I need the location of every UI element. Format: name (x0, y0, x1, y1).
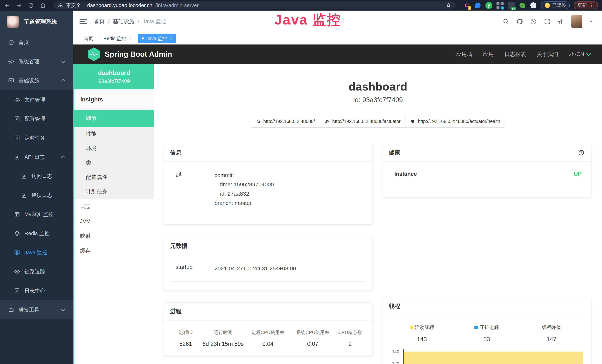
sba-menu-config-props[interactable]: 配置属性 (74, 170, 154, 184)
actuator-url: http://192.168.0.2:48080/actuator (332, 119, 400, 124)
gear-icon (8, 59, 14, 64)
url-path[interactable]: /infra/admin-server (155, 2, 199, 8)
back-icon[interactable] (4, 2, 10, 9)
legend-label: 活动线程 (415, 324, 434, 331)
github-icon[interactable] (516, 18, 523, 25)
history-icon[interactable] (578, 149, 585, 156)
actuator-url-button[interactable]: http://192.168.0.2:48080/actuator (320, 115, 406, 128)
sba-section-insights[interactable]: Insights (74, 89, 154, 110)
sba-nav-journal[interactable]: 日志报表 (505, 51, 526, 58)
process-card-header: 进程 (163, 303, 373, 321)
caret-down-icon[interactable] (589, 21, 593, 23)
process-col-process-cpu: 进程CPU使用率 0.04 (246, 329, 290, 347)
extension-leaf-icon[interactable] (519, 2, 526, 9)
help-icon[interactable] (530, 18, 537, 25)
extension-badge: 1 (468, 6, 471, 10)
user-avatar[interactable] (571, 15, 582, 28)
breadcrumb-home[interactable]: 首页 (94, 18, 105, 25)
tab-redis-monitor[interactable]: Redis 监控 × (100, 34, 135, 43)
instance-header[interactable]: dashboard 93a3fc7f7409 (74, 64, 154, 89)
sidebar-item-tracing[interactable]: 链路追踪 (0, 262, 73, 281)
close-icon[interactable]: × (129, 36, 131, 41)
extension-y-icon[interactable]: y (485, 2, 493, 9)
browser-update-button[interactable]: 更新 ⋮ (574, 1, 598, 9)
info-card-body: git commit: time: 1596289704000 id: 27aa… (163, 162, 373, 224)
process-card-body: 进程ID 5261 运行时间 6d 23h 15m 59s 进程CPU使用率 0… (163, 321, 373, 355)
sidebar-item-label: Redis 监控 (24, 230, 50, 237)
redis-icon (14, 230, 20, 236)
sidebar-item-access-log[interactable]: 访问日志 (0, 167, 73, 186)
font-size-icon[interactable] (558, 18, 564, 25)
sidebar-item-home[interactable]: 首页 (0, 33, 73, 52)
health-url: http://192.168.0.2:48080/actuator/health (418, 119, 500, 124)
extension-grid-icon[interactable] (496, 2, 504, 9)
sba-menu-logging[interactable]: 日志 (74, 199, 154, 214)
info-card: 信息 git commit: time: 1596289704000 id: 2… (163, 144, 373, 224)
legend-value: 143 (417, 336, 427, 343)
sba-locale-select[interactable]: zh-CN (569, 51, 590, 57)
sidebar-item-mysql-monitor[interactable]: MySQL 监控 (0, 205, 73, 224)
url-host[interactable]: dashboard.yudao.iocoder.cn (87, 2, 152, 8)
tab-home[interactable]: 首页 (80, 34, 97, 43)
extension-on-badge: on (511, 7, 516, 11)
sba-nav-about[interactable]: 关于我们 (537, 51, 558, 58)
sidebar-item-log-center[interactable]: 日志中心 (0, 281, 73, 300)
security-label[interactable]: 不安全 (66, 2, 81, 9)
extension-colorzilla-icon[interactable]: C1 (463, 2, 470, 9)
process-value: 0.04 (246, 341, 290, 347)
sba-menu-metrics[interactable]: 性能 (74, 127, 154, 141)
sidebar-item-config-mgmt[interactable]: 配置管理 (0, 109, 73, 128)
sba-menu-scheduled-tasks[interactable]: 计划任务 (74, 184, 154, 199)
service-url-button[interactable]: http://192.168.0.2:48080/ (251, 115, 320, 128)
sidebar-item-api-log[interactable]: API 日志 (0, 147, 73, 167)
instance-id: 93a3fc7f7409 (98, 78, 130, 84)
sba-menu-environment[interactable]: 环境 (74, 141, 154, 156)
address-bar[interactable]: 不安全 dashboard.yudao.iocoder.cn/infra/adm… (54, 1, 456, 9)
reload-icon[interactable] (28, 2, 34, 9)
health-key: Instance (394, 171, 417, 177)
sidebar-item-file-mgmt[interactable]: 文件管理 (0, 90, 73, 109)
extension-pin-icon[interactable] (474, 2, 481, 9)
sidebar-item-scheduled-jobs[interactable]: 定时任务 (0, 128, 73, 147)
sba-nav-applications[interactable]: 应用 (483, 51, 494, 58)
breadcrumb-infrastructure[interactable]: 基础设施 (113, 18, 134, 25)
extensions-puzzle-icon[interactable] (530, 2, 537, 9)
sidebar-item-dev-tools[interactable]: 研发工具 (0, 300, 73, 319)
sidebar-item-infrastructure[interactable]: 基础设施 (0, 71, 73, 90)
legend-daemon-threads: 守护进程 53 (454, 324, 519, 343)
info-value: commit: time: 1596289704000 id: 27aa832 … (215, 171, 274, 208)
sidebar-item-redis-monitor[interactable]: Redis 监控 (0, 224, 73, 243)
app-logo-row[interactable]: 芋道管理系统 (0, 11, 73, 33)
health-card-header: 健康 (382, 144, 591, 162)
tab-label: Redis 监控 (103, 35, 126, 42)
paused-extension-button[interactable]: 已暂停 (541, 1, 570, 9)
info-line: branch: master (215, 198, 274, 208)
sidebar-item-label: 基础设施 (19, 77, 39, 84)
tab-label: 首页 (84, 35, 93, 42)
close-icon[interactable]: × (170, 36, 172, 41)
hamburger-icon[interactable] (80, 19, 87, 24)
bookmark-star-icon[interactable] (446, 3, 451, 8)
sidebar-item-label: MySQL 监控 (24, 211, 54, 218)
url-separator (84, 3, 84, 8)
forward-icon[interactable] (16, 2, 22, 9)
extension-switch-icon[interactable]: on (508, 2, 515, 9)
sba-menu-details[interactable]: 细节 (74, 110, 154, 127)
search-icon[interactable] (503, 18, 509, 25)
legend-value: 147 (547, 336, 556, 343)
sba-brand-title[interactable]: Spring Boot Admin (105, 50, 172, 58)
sba-menu-classes[interactable]: 类 (74, 156, 154, 170)
sidebar-item-java-monitor[interactable]: Java 监控 (0, 243, 73, 262)
sba-nav-wallboard[interactable]: 应用墙 (456, 51, 472, 58)
threads-chart: 140 120 100 (389, 349, 584, 364)
sidebar-item-error-log[interactable]: 错误日志 (0, 186, 73, 205)
fullscreen-icon[interactable] (544, 18, 550, 25)
home-icon[interactable] (40, 2, 46, 9)
health-url-button[interactable]: http://192.168.0.2:48080/actuator/health (405, 115, 505, 128)
sidebar-item-system-mgmt[interactable]: 系统管理 (0, 52, 73, 71)
sba-menu-mappings[interactable]: 映射 (74, 229, 154, 244)
sba-menu-jvm[interactable]: JVM (74, 214, 154, 229)
sba-menu-caches[interactable]: 缓存 (74, 244, 154, 258)
tab-java-monitor[interactable]: Java 监控 × (138, 34, 176, 43)
browser-menu-icon[interactable]: ⋮ (589, 3, 594, 8)
